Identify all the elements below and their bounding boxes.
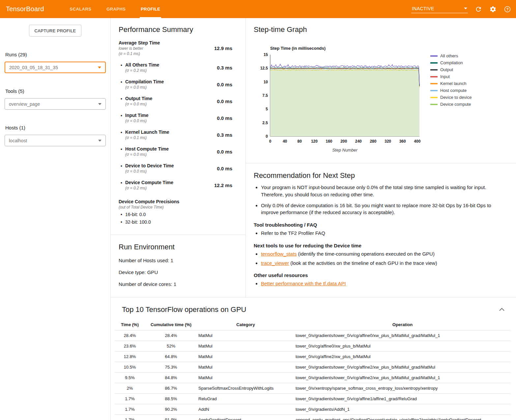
legend-swatch bbox=[430, 104, 438, 105]
op-operation-cell: append_apply_gradient_ops/GradientDescen… bbox=[294, 415, 511, 420]
table-row: 28.4% 28.4% MatMul tower_0/v/gradients/t… bbox=[115, 330, 511, 341]
op-cumulative-cell: 91.9% bbox=[145, 415, 197, 420]
chevron-up-icon[interactable] bbox=[498, 306, 506, 314]
tools-label: Tools (5) bbox=[5, 88, 106, 94]
op-category-cell: SparseSoftmaxCrossEntropyWithLogits bbox=[197, 383, 294, 394]
metric-label: Input Time bbox=[125, 113, 213, 118]
op-time-cell: 1.7% bbox=[115, 415, 145, 420]
legend-label: Compilation bbox=[440, 60, 463, 65]
op-cumulative-cell: 88.5% bbox=[145, 394, 197, 404]
op-category-cell: ApplyGradientDescent bbox=[197, 415, 294, 420]
device-compute-precisions: Device Compute Precisions (out of Total … bbox=[119, 199, 245, 225]
metric-sigma: (σ = 0.2 ms) bbox=[125, 186, 210, 190]
table-header-row: Time (%) Cumulative time (%) Category Op… bbox=[115, 319, 511, 330]
metric-value: 12.9 ms bbox=[214, 45, 232, 51]
run-environment-line: Device type: GPU bbox=[119, 269, 238, 275]
svg-text:200: 200 bbox=[340, 139, 347, 144]
table-row: 23.6% 52% MatMul tower_0/v/cg/affine0/xw… bbox=[115, 341, 511, 351]
gear-icon[interactable] bbox=[489, 5, 497, 13]
op-category-cell: ReluGrad bbox=[197, 394, 294, 404]
metric-value: 0.0 ms bbox=[217, 149, 232, 154]
op-operation-cell: tower_0/v/gradients/tower_0/v/cg/affine2… bbox=[294, 362, 511, 373]
legend-item: Device to device bbox=[430, 95, 472, 99]
legend-swatch bbox=[430, 55, 438, 57]
resource-link[interactable]: Better performance with the tf.data API bbox=[261, 281, 346, 286]
op-time-cell: 12.8% bbox=[115, 351, 145, 362]
op-operation-cell: tower_0/v/xentropy/sparse_softmax_cross_… bbox=[294, 383, 511, 394]
op-category-cell: MatMul bbox=[197, 373, 294, 383]
resource-link-item: Better performance with the tf.data API bbox=[261, 280, 506, 287]
metric-item: Device to Device Time (σ = 0.0 ms) 0.0 m… bbox=[119, 163, 245, 174]
svg-text:Step Number: Step Number bbox=[332, 148, 358, 153]
op-category-cell: MatMul bbox=[197, 351, 294, 362]
op-operation-cell: tower_0/v/gradients/tower_0/v/cg/affine2… bbox=[294, 373, 511, 383]
table-row: 9.5% 84.8% MatMul tower_0/v/gradients/to… bbox=[115, 373, 511, 383]
legend-item: Device compute bbox=[430, 102, 472, 106]
performance-summary-title: Performance Summary bbox=[119, 25, 245, 34]
metric-sigma: (σ = 0.0 ms) bbox=[125, 169, 213, 174]
metric-item: Input Time (σ = 0.0 ms) 0.0 ms bbox=[119, 113, 245, 123]
runs-dropdown-value: 2020_03_05_18_31_35 bbox=[9, 65, 58, 70]
caret-down-icon bbox=[98, 67, 101, 69]
op-category-cell: MatMul bbox=[197, 362, 294, 373]
legend-swatch bbox=[430, 83, 438, 84]
legend-item: Host compute bbox=[430, 88, 472, 93]
next-tools-heading: Next tools to use for reducing the Devic… bbox=[254, 243, 506, 248]
refresh-icon[interactable] bbox=[474, 5, 482, 13]
metric-label: All Others Time bbox=[125, 62, 213, 68]
tab-scalars[interactable]: SCALARS bbox=[62, 0, 99, 18]
precisions-title: Device Compute Precisions bbox=[119, 199, 245, 204]
metric-value: 0.0 ms bbox=[217, 82, 232, 87]
tools-dropdown[interactable]: overview_page bbox=[5, 98, 106, 110]
metric-item: Kernel Launch Time (σ = 0.1 ms) 0.3 ms bbox=[119, 129, 245, 140]
op-category-cell: MatMul bbox=[197, 330, 294, 341]
capture-profile-button[interactable]: CAPTURE PROFILE bbox=[29, 25, 82, 37]
metric-item: Compilation Time (σ = 0.0 ms) 0.0 ms bbox=[119, 79, 245, 90]
metric-sigma: (σ = 0.0 ms) bbox=[125, 85, 213, 90]
tool-link-item: tensorflow_stats (identify the time-cons… bbox=[261, 250, 506, 258]
app-header: TensorBoard SCALARS GRAPHS PROFILE INACT… bbox=[0, 0, 516, 18]
caret-down-icon bbox=[98, 140, 101, 142]
metric-sigma: (σ = 0.1 ms) bbox=[125, 135, 213, 140]
svg-text:?: ? bbox=[506, 7, 509, 11]
faq-heading: Tool troubleshooting / FAQ bbox=[254, 222, 506, 228]
svg-text:5: 5 bbox=[266, 107, 268, 111]
tab-graphs[interactable]: GRAPHS bbox=[99, 0, 133, 18]
metric-label: Device Compute Time bbox=[125, 180, 210, 185]
op-operation-cell: tower_0/v/cg/affine0/xw_plus_b/MatMul bbox=[294, 341, 511, 351]
caret-down-icon bbox=[464, 8, 467, 9]
metric-label: Average Step Time bbox=[119, 40, 210, 45]
op-time-cell: 10.5% bbox=[115, 362, 145, 373]
hosts-label: Hosts (1) bbox=[5, 125, 106, 130]
legend-swatch bbox=[430, 90, 438, 91]
op-time-cell: 23.6% bbox=[115, 341, 145, 351]
metric-sigma: (σ = 0.0 ms) bbox=[125, 119, 213, 123]
precision-item: 16-bit: 0.0 bbox=[119, 212, 245, 217]
legend-swatch bbox=[430, 62, 438, 64]
column-header: Time (%) bbox=[115, 319, 145, 330]
metric-item: All Others Time (σ = 0.2 ms) 0.3 ms bbox=[119, 62, 245, 73]
runs-label: Runs (29) bbox=[5, 52, 106, 57]
step-time-chart: 02.557.51012.515040801201602002402803203… bbox=[256, 51, 423, 154]
svg-text:120: 120 bbox=[311, 139, 318, 144]
op-operation-cell: tower_0/v/gradients/AddN_1 bbox=[294, 404, 511, 415]
svg-text:320: 320 bbox=[385, 139, 391, 144]
runs-dropdown[interactable]: 2020_03_05_18_31_35 bbox=[5, 62, 106, 73]
help-icon[interactable]: ? bbox=[503, 5, 511, 13]
metric-sigma: (σ = 0.0 ms) bbox=[125, 102, 213, 106]
svg-text:2.5: 2.5 bbox=[262, 121, 268, 125]
legend-label: Host compute bbox=[440, 88, 467, 93]
op-cumulative-cell: 64.8% bbox=[145, 351, 197, 362]
table-row: 1.7% 91.9% ApplyGradientDescent append_a… bbox=[115, 415, 511, 420]
legend-label: Device compute bbox=[440, 102, 471, 107]
recommendation-title: Recommendation for Next Step bbox=[254, 171, 506, 180]
tab-profile[interactable]: PROFILE bbox=[133, 0, 168, 18]
tool-link[interactable]: trace_viewer bbox=[261, 260, 289, 266]
chart-legend: All othersCompilationOutputInputKernel l… bbox=[430, 54, 472, 154]
tool-link[interactable]: tensorflow_stats bbox=[261, 251, 297, 257]
status-dropdown[interactable]: INACTIVE bbox=[411, 5, 468, 13]
op-operation-cell: tower_0/v/cg/affine2/xw_plus_b/MatMul bbox=[294, 351, 511, 362]
resources-heading: Other useful resources bbox=[254, 272, 506, 278]
hosts-dropdown[interactable]: localhost bbox=[5, 135, 106, 146]
column-header: Category bbox=[197, 319, 294, 330]
